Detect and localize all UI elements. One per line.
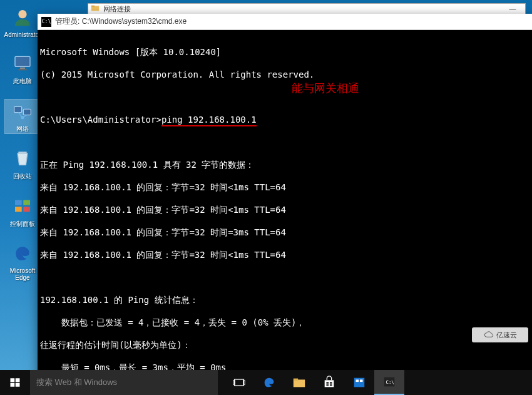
svg-rect-12	[15, 207, 22, 212]
taskbar-file-explorer[interactable]	[284, 370, 314, 395]
svg-line-7	[18, 113, 23, 118]
watermark: 亿速云	[472, 327, 528, 342]
cmd-output-line: Microsoft Windows [版本 10.0.10240]	[40, 46, 529, 58]
cmd-titlebar[interactable]: C:\ 管理员: C:\Windows\system32\cmd.exe	[38, 14, 532, 30]
svg-rect-29	[330, 384, 332, 386]
taskbar-settings-app[interactable]	[344, 370, 374, 395]
cmd-output-line: 正在 Ping 192.168.100.1 具有 32 字节的数据：	[40, 159, 529, 170]
cmd-output-line: 来自 192.168.100.1 的回复：字节=32 时间=3ms TTL=64	[40, 227, 529, 238]
cmd-blank-line	[40, 136, 529, 148]
svg-rect-5	[23, 109, 31, 115]
cmd-blank-line	[40, 272, 529, 283]
desktop-icon-administrator[interactable]: Administrator	[5, 6, 40, 38]
svg-rect-9	[18, 151, 26, 153]
cmd-output-line: 往返行程的估计时间(以毫秒为单位)：	[40, 339, 529, 351]
svg-rect-15	[91, 6, 95, 8]
svg-rect-30	[354, 378, 365, 387]
taskbar-edge[interactable]	[254, 370, 284, 395]
cmd-icon: C:\	[41, 17, 51, 27]
svg-rect-3	[18, 69, 26, 70]
cmd-window: C:\ 管理员: C:\Windows\system32\cmd.exe Mic…	[38, 14, 532, 395]
svg-text:C:\: C:\	[386, 379, 394, 385]
desktop-icons: Administrator 此电脑 网络 回收站 控制面板	[5, 6, 40, 281]
svg-rect-31	[356, 379, 359, 382]
cmd-output-line: 192.168.100.1 的 Ping 统计信息：	[40, 294, 529, 305]
cmd-window-title: 管理员: C:\Windows\system32\cmd.exe	[55, 16, 187, 27]
desktop-icon-edge[interactable]: Microsoft Edge	[5, 242, 40, 281]
folder-icon	[292, 376, 306, 389]
svg-rect-13	[23, 207, 30, 212]
cmd-icon: C:\	[382, 375, 396, 389]
search-input[interactable]: 搜索 Web 和 Windows	[30, 370, 218, 395]
monitor-icon	[11, 52, 34, 74]
desktop-icon-recycle-bin[interactable]: 回收站	[5, 147, 40, 181]
svg-rect-17	[16, 378, 20, 382]
cmd-output-line: 来自 192.168.100.1 的回复：字节=32 时间<1ms TTL=64	[40, 249, 529, 260]
desktop-icon-this-pc[interactable]: 此电脑	[5, 52, 40, 86]
desktop-icon-label: Microsoft Edge	[5, 267, 40, 281]
taskbar-cmd[interactable]: C:\	[374, 370, 404, 395]
cmd-body[interactable]: Microsoft Windows [版本 10.0.10240] (c) 20…	[38, 30, 532, 395]
taskbar: 搜索 Web 和 Windows C:\	[0, 370, 532, 395]
desktop-icon-label: 控制面板	[10, 220, 35, 228]
edge-icon	[262, 376, 276, 389]
svg-rect-25	[325, 380, 334, 387]
taskbar-store[interactable]	[314, 370, 344, 395]
svg-rect-19	[16, 383, 20, 387]
cmd-prompt: C:\Users\Administrator>	[40, 115, 161, 125]
svg-rect-2	[20, 68, 25, 69]
network-icon	[11, 100, 34, 122]
svg-rect-18	[11, 383, 15, 387]
recycle-bin-icon	[11, 147, 34, 170]
desktop-icon-network[interactable]: 网络	[5, 100, 40, 133]
windows-icon	[9, 377, 21, 388]
task-view-icon	[233, 376, 245, 389]
search-placeholder: 搜索 Web 和 Windows	[36, 377, 117, 388]
app-icon	[352, 376, 366, 389]
svg-rect-4	[14, 106, 22, 112]
cmd-blank-line	[40, 91, 529, 103]
svg-rect-32	[360, 379, 363, 382]
watermark-text: 亿速云	[496, 331, 517, 340]
svg-rect-26	[326, 382, 329, 384]
cmd-output-line: (c) 2015 Microsoft Corporation. All righ…	[40, 69, 529, 80]
minimize-button[interactable]: —	[500, 5, 525, 13]
svg-rect-16	[11, 378, 15, 382]
network-connections-window[interactable]: 网络连接 —	[88, 3, 526, 14]
svg-rect-10	[15, 200, 22, 205]
cmd-prompt-line: C:\Users\Administrator>ping 192.168.100.…	[40, 114, 529, 125]
svg-rect-28	[326, 384, 329, 386]
svg-rect-1	[15, 56, 30, 66]
desktop-icon-label: Administrator	[4, 31, 41, 38]
taskbar-task-view[interactable]	[224, 370, 254, 395]
taskbar-items: C:\	[224, 370, 404, 395]
desktop: Administrator 此电脑 网络 回收站 控制面板	[0, 0, 532, 370]
desktop-icon-label: 网络	[16, 125, 29, 133]
cmd-command: ping 192.168.100.1	[161, 115, 257, 126]
svg-rect-11	[23, 200, 30, 205]
start-button[interactable]	[0, 370, 30, 395]
window-title: 网络连接	[103, 4, 500, 14]
control-panel-icon	[11, 195, 34, 217]
store-icon	[322, 376, 336, 389]
desktop-icon-control-panel[interactable]: 控制面板	[5, 195, 40, 228]
annotation-text: 能与网关相通	[292, 83, 359, 94]
cmd-output-line: 数据包：已发送 = 4，已接收 = 4，丢失 = 0 (0% 丢失)，	[40, 317, 529, 328]
cmd-output-line: 来自 192.168.100.1 的回复：字节=32 时间<1ms TTL=64	[40, 182, 529, 193]
svg-rect-24	[294, 379, 298, 381]
user-icon	[11, 6, 34, 29]
cloud-icon	[484, 330, 494, 340]
svg-point-0	[18, 10, 26, 18]
folder-icon	[91, 4, 101, 14]
desktop-icon-label: 回收站	[13, 172, 32, 181]
svg-rect-20	[235, 379, 244, 386]
edge-icon	[11, 242, 34, 265]
svg-rect-27	[330, 382, 332, 384]
desktop-icon-label: 此电脑	[13, 77, 32, 86]
cmd-output-line: 来自 192.168.100.1 的回复：字节=32 时间<1ms TTL=64	[40, 204, 529, 215]
